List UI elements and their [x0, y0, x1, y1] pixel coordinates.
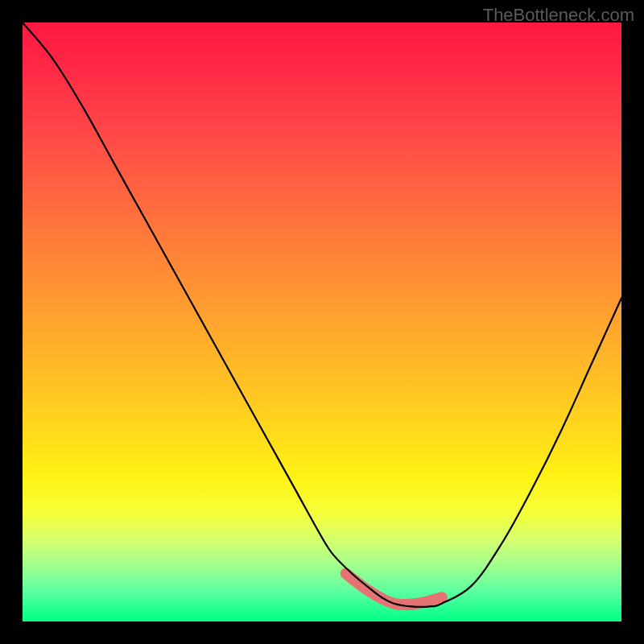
plot-area [23, 23, 621, 621]
watermark-text: TheBottleneck.com [483, 5, 634, 26]
bottleneck-curve [23, 23, 621, 607]
curve-svg [23, 23, 621, 621]
valley-fit-marker [346, 573, 442, 605]
